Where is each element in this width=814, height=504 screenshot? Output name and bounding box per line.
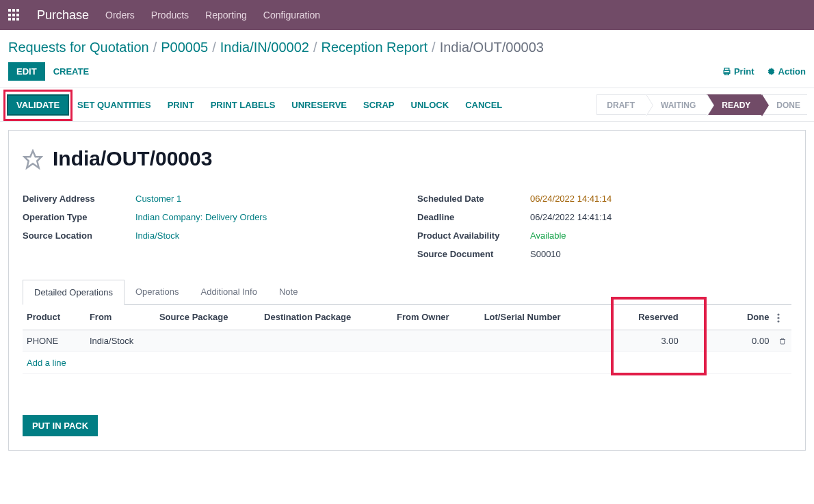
operation-type-label: Operation Type [23,212,135,222]
svg-point-7 [778,320,780,322]
nav-orders[interactable]: Orders [105,10,135,21]
form-sheet: India/OUT/00003 Delivery Address Custome… [8,130,806,451]
status-ready[interactable]: READY [707,94,761,115]
validate-button[interactable]: VALIDATE [7,94,69,116]
status-waiting[interactable]: WAITING [646,94,707,115]
deadline-value: 06/24/2022 14:41:14 [530,212,612,222]
tab-operations[interactable]: Operations [124,280,190,304]
print-label: Print [734,66,754,77]
operation-type-value[interactable]: Indian Company: Delivery Orders [135,212,267,222]
delivery-address-value[interactable]: Customer 1 [135,194,181,204]
print-labels-button[interactable]: PRINT LABELS [202,100,284,110]
apps-icon[interactable] [8,9,21,21]
tab-additional-info[interactable]: Additional Info [190,280,268,304]
add-line-row: Add a line [23,352,791,374]
source-document-label: Source Document [417,249,530,259]
kebab-icon [777,313,780,323]
delete-row-button[interactable] [778,336,787,346]
bc-p00005[interactable]: P00005 [161,40,208,55]
col-source-package[interactable]: Source Package [155,305,260,330]
cell-product: PHONE [23,330,86,352]
nav-configuration[interactable]: Configuration [263,10,320,21]
right-column: Scheduled Date 06/24/2022 14:41:14 Deadl… [417,189,791,263]
source-location-value[interactable]: India/Stock [135,230,179,241]
svg-point-6 [778,317,780,319]
cell-destination-package [260,330,393,352]
status-arrows: DRAFT WAITING READY DONE [596,88,807,121]
cell-source-package [155,330,260,352]
status-draft[interactable]: DRAFT [596,94,646,115]
add-line-button[interactable]: Add a line [27,358,66,368]
product-availability-value: Available [530,230,566,241]
action-label: Action [778,66,806,77]
col-options[interactable] [773,305,791,330]
print-icon [722,67,731,76]
print-dropdown[interactable]: Print [722,66,754,77]
svg-marker-4 [25,151,42,168]
record-title: India/OUT/00003 [53,147,212,170]
col-from-owner[interactable]: From Owner [393,305,480,330]
action-row: EDIT CREATE Print Action [0,61,814,88]
tab-detailed-operations[interactable]: Detailed Operations [23,280,124,305]
trash-icon [778,336,787,346]
top-nav: Purchase Orders Products Reporting Confi… [0,0,814,30]
bc-reception[interactable]: Reception Report [321,40,428,55]
statusbar: VALIDATE SET QUANTITIES PRINT PRINT LABE… [0,88,814,122]
delivery-address-label: Delivery Address [23,194,135,204]
gear-icon [767,67,776,76]
svg-point-5 [778,313,780,315]
cell-done: 0.00 [683,330,774,352]
col-reserved[interactable]: Reserved [620,305,683,330]
bc-rfq[interactable]: Requests for Quotation [8,40,149,55]
scrap-button[interactable]: SCRAP [355,100,403,110]
source-location-label: Source Location [23,230,135,241]
unreserve-button[interactable]: UNRESERVE [283,100,355,110]
edit-button[interactable]: EDIT [8,62,45,81]
bc-in00002[interactable]: India/IN/00002 [220,40,309,55]
create-button[interactable]: CREATE [45,62,97,81]
print-button[interactable]: PRINT [159,100,202,110]
put-in-pack-button[interactable]: PUT IN PACK [23,415,98,436]
deadline-label: Deadline [417,212,530,222]
app-title[interactable]: Purchase [37,8,89,23]
source-document-value: S00010 [530,249,561,259]
cell-lot-serial [480,330,620,352]
col-product[interactable]: Product [23,305,86,330]
set-quantities-button[interactable]: SET QUANTITIES [69,100,159,110]
tabs: Detailed Operations Operations Additiona… [23,280,791,305]
col-destination-package[interactable]: Destination Package [260,305,393,330]
action-dropdown[interactable]: Action [767,66,806,77]
col-done[interactable]: Done [683,305,774,330]
operations-table: Product From Source Package Destination … [23,305,791,374]
breadcrumb: Requests for Quotation / P00005 / India/… [0,30,814,61]
cell-reserved: 3.00 [620,330,683,352]
tab-note[interactable]: Note [268,280,308,304]
nav-reporting[interactable]: Reporting [205,10,247,21]
col-lot-serial[interactable]: Lot/Serial Number [480,305,620,330]
table-row[interactable]: PHONE India/Stock 3.00 0.00 [23,330,791,352]
cell-from: India/Stock [86,330,155,352]
scheduled-date-value: 06/24/2022 14:41:14 [530,194,612,204]
bc-current: India/OUT/00003 [440,40,544,55]
left-column: Delivery Address Customer 1 Operation Ty… [23,189,397,263]
col-from[interactable]: From [86,305,155,330]
cell-from-owner [393,330,480,352]
cancel-button[interactable]: CANCEL [457,100,510,110]
product-availability-label: Product Availability [417,230,530,241]
scheduled-date-label: Scheduled Date [417,194,530,204]
priority-star-icon[interactable] [23,148,43,170]
nav-products[interactable]: Products [151,10,189,21]
unlock-button[interactable]: UNLOCK [403,100,458,110]
